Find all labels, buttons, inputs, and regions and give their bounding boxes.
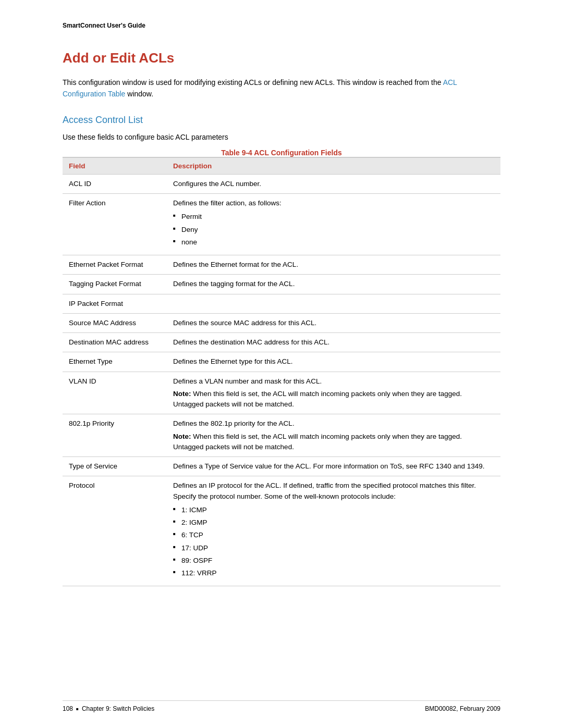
- table-cell-field: IP Packet Format: [63, 294, 167, 313]
- page-title: Add or Edit ACLs: [63, 50, 500, 66]
- footer-dot: ■: [76, 707, 79, 711]
- table-cell-field: Ethernet Type: [63, 352, 167, 372]
- table-row: Filter ActionDefines the filter action, …: [63, 194, 500, 255]
- footer-right: BMD00082, February 2009: [425, 705, 500, 712]
- table-cell-field: Destination MAC address: [63, 333, 167, 352]
- intro-text-after: window.: [127, 90, 153, 98]
- table-row: Source MAC AddressDefines the source MAC…: [63, 313, 500, 332]
- table-row: 802.1p PriorityDefines the 802.1p priori…: [63, 414, 500, 457]
- table-cell-description: Defines the source MAC address for this …: [167, 313, 500, 332]
- main-content: Add or Edit ACLs This configuration wind…: [0, 34, 563, 618]
- list-item: 1: ICMP: [173, 504, 494, 516]
- table-cell-description: Defines the 802.1p priority for the ACL.…: [167, 414, 500, 457]
- table-row: IP Packet Format: [63, 294, 500, 313]
- footer-doc-info: BMD00082, February 2009: [425, 705, 500, 712]
- table-cell-description: Defines the Ethernet format for the ACL.: [167, 255, 500, 275]
- table-row: Tagging Packet FormatDefines the tagging…: [63, 275, 500, 294]
- page-header: SmartConnect User's Guide: [0, 0, 563, 34]
- table-row: Destination MAC addressDefines the desti…: [63, 333, 500, 352]
- section-title: Access Control List: [63, 115, 500, 126]
- page-footer: 108 ■ Chapter 9: Switch Policies BMD0008…: [63, 700, 500, 712]
- table-cell-description: Defines the tagging format for the ACL.: [167, 275, 500, 294]
- table-cell-field: 802.1p Priority: [63, 414, 167, 457]
- header-title: SmartConnect User's Guide: [63, 22, 145, 29]
- list-item: Deny: [173, 224, 494, 236]
- table-cell-field: ACL ID: [63, 174, 167, 193]
- table-cell-description: Defines the filter action, as follows:Pe…: [167, 194, 500, 255]
- page: SmartConnect User's Guide Add or Edit AC…: [0, 0, 563, 728]
- table-cell-field: Ethernet Packet Format: [63, 255, 167, 275]
- table-row: ACL IDConfigures the ACL number.: [63, 174, 500, 193]
- acl-config-table: Field Description ACL IDConfigures the A…: [63, 157, 500, 587]
- table-cell-field: Filter Action: [63, 194, 167, 255]
- list-item: 112: VRRP: [173, 567, 494, 579]
- table-header-row: Field Description: [63, 157, 500, 175]
- subtitle: Use these fields to configure basic ACL …: [63, 133, 500, 141]
- table-caption: Table 9-4 ACL Configuration Fields: [63, 149, 500, 157]
- table-cell-description: [167, 294, 500, 313]
- table-cell-description: Defines an IP protocol for the ACL. If d…: [167, 476, 500, 586]
- list-item: 6: TCP: [173, 529, 494, 541]
- intro-paragraph: This configuration window is used for mo…: [63, 77, 500, 100]
- table-row: ProtocolDefines an IP protocol for the A…: [63, 476, 500, 586]
- table-cell-description: Defines a Type of Service value for the …: [167, 457, 500, 476]
- table-cell-description: Defines the destination MAC address for …: [167, 333, 500, 352]
- intro-text-before: This configuration window is used for mo…: [63, 78, 442, 87]
- footer-page-number: 108: [63, 705, 73, 712]
- list-item: 17: UDP: [173, 542, 494, 554]
- table-cell-description: Configures the ACL number.: [167, 174, 500, 193]
- list-item: 89: OSPF: [173, 554, 494, 567]
- table-cell-description: Defines the Ethernet type for this ACL.: [167, 352, 500, 372]
- column-header-field: Field: [63, 157, 167, 175]
- table-row: Ethernet TypeDefines the Ethernet type f…: [63, 352, 500, 372]
- table-row: Type of ServiceDefines a Type of Service…: [63, 457, 500, 476]
- table-cell-description: Defines a VLAN number and mask for this …: [167, 372, 500, 414]
- table-cell-field: Type of Service: [63, 457, 167, 476]
- table-cell-field: Source MAC Address: [63, 313, 167, 332]
- list-item: 2: IGMP: [173, 516, 494, 529]
- table-cell-field: VLAN ID: [63, 372, 167, 414]
- note-label: Note:: [173, 433, 193, 440]
- note-label: Note:: [173, 390, 193, 398]
- footer-left: 108 ■ Chapter 9: Switch Policies: [63, 705, 154, 712]
- list-item: none: [173, 236, 494, 249]
- table-row: VLAN IDDefines a VLAN number and mask fo…: [63, 372, 500, 414]
- table-row: Ethernet Packet FormatDefines the Ethern…: [63, 255, 500, 275]
- table-cell-field: Protocol: [63, 476, 167, 586]
- footer-chapter: Chapter 9: Switch Policies: [82, 705, 154, 712]
- column-header-description: Description: [167, 157, 500, 175]
- list-item: Permit: [173, 211, 494, 223]
- table-cell-field: Tagging Packet Format: [63, 275, 167, 294]
